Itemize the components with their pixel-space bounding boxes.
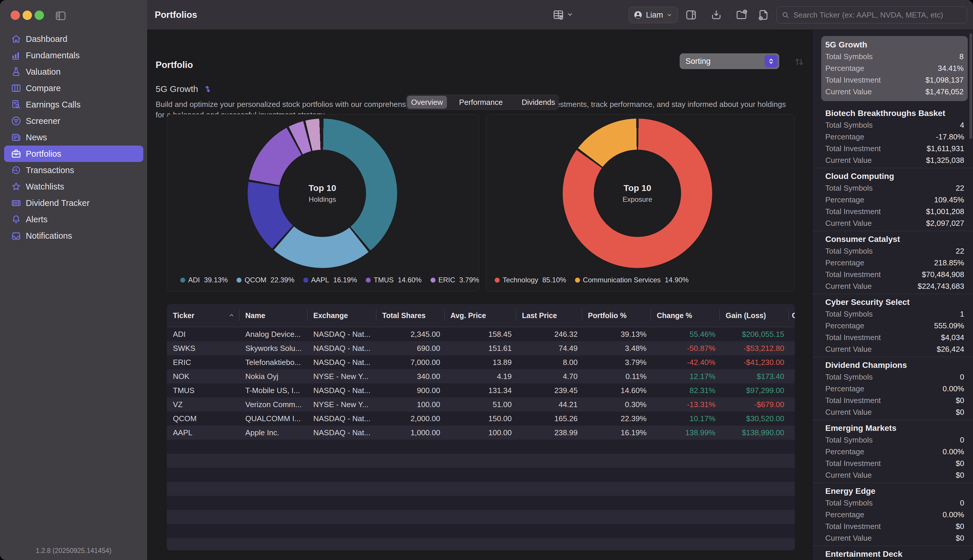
- column-header-exchange[interactable]: Exchange: [307, 304, 376, 327]
- column-header-gain-loss-[interactable]: Gain (Loss): [719, 304, 788, 327]
- column-header-name[interactable]: Name: [239, 304, 307, 327]
- cell-ticker: NOK: [167, 372, 239, 381]
- sidebar-item-label: Alerts: [26, 215, 47, 224]
- legend-value: 3.79%: [459, 276, 479, 284]
- swap-portfolio-icon[interactable]: [203, 84, 213, 94]
- summary-row: Current Value$224,743,683: [825, 280, 964, 292]
- summary-row: Total Investment$4,034: [825, 332, 964, 343]
- sidebar-item-transactions[interactable]: Transactions: [4, 162, 143, 178]
- tab-performance[interactable]: Performance: [449, 96, 513, 109]
- table-row-eric[interactable]: ERICTelefonaktiebo...NASDAQ - Nat...7,00…: [167, 355, 795, 369]
- summary-value: 8: [960, 52, 964, 61]
- summary-row: Total Symbols22: [825, 245, 964, 257]
- portfolio-name: 5G Growth: [155, 84, 198, 94]
- tab-overview[interactable]: Overview: [407, 96, 447, 109]
- sidebar-toggle-icon[interactable]: [55, 10, 67, 21]
- table-row-adi[interactable]: ADIAnalog Device...NASDAQ - Nat...2,345.…: [167, 327, 795, 341]
- bar-chart-icon: [10, 50, 22, 61]
- sidebar-item-portfolios[interactable]: Portfolios: [4, 145, 143, 162]
- summary-label: Current Value: [825, 345, 872, 354]
- portfolio-summary-emerging-markets[interactable]: Emerging MarketsTotal Symbols0Percentage…: [813, 420, 973, 481]
- sidebar-item-label: Watchlists: [26, 182, 64, 192]
- sidebar-item-compare[interactable]: Compare: [4, 80, 143, 97]
- cell-name: Telefonaktiebo...: [239, 358, 307, 367]
- cell-avg-price: 151.61: [444, 344, 516, 353]
- table-row-swks[interactable]: SWKSSkyworks Solu...NASDAQ - Nat...690.0…: [167, 341, 795, 355]
- legend-label: ADI: [188, 276, 200, 284]
- scrollbar-thumb[interactable]: [970, 33, 972, 139]
- sidebar-item-screener[interactable]: Screener: [4, 113, 143, 129]
- portfolio-summary-energy-edge[interactable]: Energy EdgeTotal Symbols0Percentage0.00%…: [813, 483, 973, 544]
- sidebar-item-notifications[interactable]: Notifications: [4, 228, 143, 244]
- sorting-popup-button[interactable]: Sorting: [679, 53, 779, 69]
- ticker-search-field[interactable]: [777, 7, 967, 23]
- sidebar-item-earnings-calls[interactable]: Earnings Calls: [4, 97, 143, 113]
- summary-value: $0: [956, 522, 964, 531]
- portfolio-summary-cloud-computing[interactable]: Cloud ComputingTotal Symbols22Percentage…: [813, 168, 973, 229]
- sidebar-item-fundamentals[interactable]: Fundamentals: [4, 47, 143, 63]
- minimize-window-button[interactable]: [23, 10, 32, 20]
- column-header-partial[interactable]: C: [788, 304, 795, 327]
- column-header-avg-price[interactable]: Avg. Price: [444, 304, 516, 327]
- table-row-tmus[interactable]: TMUST-Mobile US, I...NASDAQ - Nat...900.…: [167, 383, 795, 397]
- portfolio-summary-5g-growth[interactable]: 5G GrowthTotal Symbols8Percentage34.41%T…: [821, 36, 968, 101]
- sidebar-item-label: Fundamentals: [26, 51, 80, 60]
- summary-value: $0: [956, 533, 964, 543]
- portfolio-summary-dividend-champions[interactable]: Dividend ChampionsTotal Symbols0Percenta…: [813, 357, 973, 418]
- filter-circle-icon: [10, 115, 22, 127]
- summary-row: Total Investment$1,098,137: [825, 74, 964, 86]
- window-controls: [10, 10, 44, 20]
- table-view-menu-button[interactable]: [552, 0, 574, 30]
- column-header-last-price[interactable]: Last Price: [516, 304, 582, 327]
- sidebar-item-label: Valuation: [26, 67, 61, 77]
- summary-value: 555.09%: [934, 321, 964, 330]
- close-window-button[interactable]: [10, 10, 20, 20]
- column-header-total-shares[interactable]: Total Shares: [376, 304, 444, 327]
- cell-portfolio-: 16.19%: [582, 428, 651, 437]
- sidebar-item-news[interactable]: News: [4, 129, 143, 145]
- legend-dot: [575, 278, 580, 283]
- tab-dividends[interactable]: Dividends: [515, 96, 562, 109]
- exposure-donut-chart[interactable]: Top 10 Exposure: [563, 118, 712, 268]
- cell-exchange: NASDAQ - Nat...: [307, 428, 376, 437]
- new-folder-button[interactable]: [735, 0, 748, 30]
- table-row-nok[interactable]: NOKNokia OyjNYSE - New Y...340.004.194.7…: [167, 369, 795, 383]
- table-row-aapl[interactable]: AAPLApple Inc.NASDAQ - Nat...1,000.00100…: [167, 425, 795, 440]
- table-row-qcom[interactable]: QCOMQUALCOMM I...NASDAQ - Nat...2,000.00…: [167, 412, 795, 425]
- portfolio-summary-cyber-security-select[interactable]: Cyber Security SelectTotal Symbols1Perce…: [813, 294, 973, 355]
- holdings-donut-chart[interactable]: Top 10 Holdings: [248, 118, 397, 268]
- sort-direction-icon[interactable]: [794, 56, 805, 67]
- summary-row: Total Symbols8: [825, 51, 964, 62]
- summary-value: -17.80%: [936, 132, 964, 142]
- portfolio-summary-entertainment-deck[interactable]: Entertainment DeckTotal Symbols0Percenta…: [813, 546, 973, 560]
- sidebar-item-dashboard[interactable]: Dashboard: [4, 31, 143, 47]
- chart-subtitle: Exposure: [623, 195, 652, 203]
- column-header-ticker[interactable]: Ticker: [167, 304, 239, 327]
- summary-label: Current Value: [825, 156, 872, 165]
- import-button[interactable]: [710, 0, 723, 30]
- cell-total-shares: 1,000.00: [376, 428, 444, 437]
- toolbar: Portfolios Liam: [147, 0, 973, 30]
- legend-item: Communication Services14.90%: [575, 276, 689, 284]
- portfolio-summary-biotech-breakthroughs-basket[interactable]: Biotech Breakthroughs BasketTotal Symbol…: [813, 105, 973, 166]
- history-clock-icon: [10, 165, 22, 176]
- zoom-window-button[interactable]: [35, 10, 44, 20]
- panel-right-icon: [684, 8, 698, 22]
- right-panel-toggle-button[interactable]: [684, 0, 698, 30]
- legend-item: ERIC3.79%: [431, 276, 479, 284]
- legend-item: QCOM22.39%: [237, 276, 294, 284]
- user-menu-button[interactable]: Liam: [629, 7, 678, 23]
- table-row-vz[interactable]: VZVerizon Comm...NYSE - New Y...100.0051…: [167, 397, 795, 412]
- sidebar-item-valuation[interactable]: Valuation: [4, 63, 143, 80]
- sidebar-item-watchlists[interactable]: Watchlists: [4, 178, 143, 195]
- column-header-change-[interactable]: Change %: [651, 304, 719, 327]
- new-document-button[interactable]: [757, 0, 770, 30]
- portfolio-summary-consumer-catalyst[interactable]: Consumer CatalystTotal Symbols22Percenta…: [813, 231, 973, 292]
- cell-change-: -50.87%: [651, 344, 719, 353]
- search-input[interactable]: [793, 10, 963, 20]
- sidebar-item-alerts[interactable]: Alerts: [4, 211, 143, 228]
- column-header-portfolio-[interactable]: Portfolio %: [582, 304, 651, 327]
- sidebar-item-dividend-tracker[interactable]: Dividend Tracker: [4, 195, 143, 211]
- summary-value: 34.41%: [938, 64, 964, 73]
- legend-item: TMUS14.60%: [366, 276, 421, 284]
